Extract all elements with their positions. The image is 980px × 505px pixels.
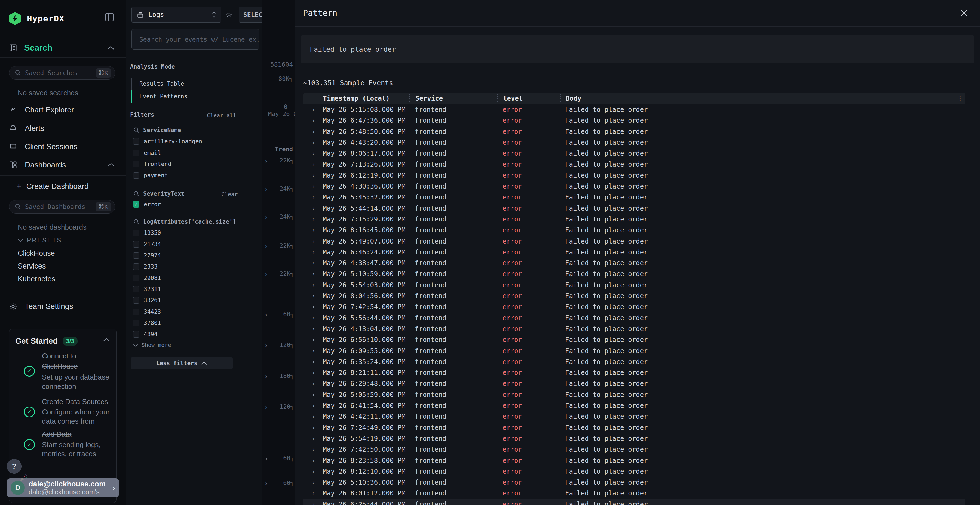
event-row[interactable]: › May 26 5:10:59.000 PM frontend error F… [303,268,965,279]
filter-checkbox-option[interactable]: 19350 [133,230,161,236]
event-row[interactable]: › May 26 5:49:07.000 PM frontend error F… [303,236,965,247]
event-row[interactable]: › May 26 4:38:47.000 PM frontend error F… [303,258,965,268]
expand-chevron-icon[interactable]: › [312,358,315,366]
expand-chevron-icon[interactable]: › [312,402,315,410]
pattern-row-partial[interactable]: › 120┐ [262,341,294,349]
expand-chevron-icon[interactable]: › [312,468,315,475]
checkbox[interactable] [133,331,139,338]
filter-checkbox-option[interactable]: 2333 [133,264,158,270]
filter-checkbox-option[interactable]: 34423 [133,308,161,315]
saved-searches-input[interactable]: Saved Searches ⌘K [9,66,115,80]
event-row[interactable]: › May 26 6:29:48.000 PM frontend error F… [303,378,965,389]
checkbox[interactable] [133,172,139,179]
expand-chevron-icon[interactable]: › [312,336,315,344]
get-started-step-title[interactable]: Connect to ClickHouse [42,351,110,372]
help-button[interactable]: ? [7,459,22,474]
checkbox[interactable] [133,241,139,248]
sidebar-item-alerts[interactable]: Alerts [9,124,45,133]
event-row[interactable]: › May 26 5:44:14.000 PM frontend error F… [303,203,965,214]
checkbox[interactable] [133,297,139,304]
saved-dashboards-input[interactable]: Saved Dashboards ⌘K [9,200,115,214]
expand-chevron-icon[interactable]: › [312,380,315,387]
expand-chevron-icon[interactable]: › [312,248,315,256]
event-row[interactable]: › May 26 5:48:50.000 PM frontend error F… [303,126,965,137]
expand-chevron-icon[interactable]: › [312,501,315,505]
filter-checkbox-option[interactable]: artillery-loadgen [133,138,202,145]
expand-chevron-icon[interactable]: › [312,194,315,201]
event-row[interactable]: › May 26 7:13:26.000 PM frontend error F… [303,159,965,170]
expand-chevron-icon[interactable]: › [312,457,315,464]
sidebar-item-clickhouse[interactable]: ClickHouse [18,249,55,258]
source-select[interactable]: Logs [132,7,221,22]
expand-chevron-icon[interactable]: › [312,292,315,300]
col-level[interactable]: level [503,95,523,102]
app-logo[interactable]: HyperDX [9,12,65,25]
column-resize-handle[interactable] [409,94,410,102]
event-row[interactable]: › May 26 5:56:44.000 PM frontend error F… [303,313,965,324]
pattern-row-partial[interactable]: › 22K┐ [262,242,294,250]
event-row[interactable]: › May 26 5:15:08.000 PM frontend error F… [303,104,965,115]
expand-chevron-icon[interactable]: › [312,489,315,497]
checkbox[interactable] [133,275,139,281]
checkbox[interactable] [133,264,139,270]
event-row[interactable]: › May 26 5:45:32.000 PM frontend error F… [303,192,965,203]
event-row[interactable]: › May 26 7:42:50.000 PM frontend error F… [303,444,965,455]
expand-chevron-icon[interactable]: › [312,281,315,289]
get-started-step-title[interactable]: Add Data [42,429,126,440]
expand-chevron-icon[interactable]: › [312,435,315,442]
event-row[interactable]: › May 26 4:42:11.000 PM frontend error F… [303,411,965,422]
checkbox[interactable] [133,320,139,326]
expand-chevron-icon[interactable]: › [312,303,315,311]
pattern-row-partial[interactable]: › 60┐ [262,480,294,488]
event-row[interactable]: › May 26 5:05:59.000 PM frontend error F… [303,389,965,400]
checkbox[interactable] [133,150,139,156]
expand-chevron-icon[interactable]: › [312,314,315,322]
event-row[interactable]: › May 26 6:35:24.000 PM frontend error F… [303,356,965,367]
col-timestamp[interactable]: Timestamp (Local) [323,95,390,102]
event-row[interactable]: › May 26 8:16:45.000 PM frontend error F… [303,225,965,236]
event-row[interactable]: › May 26 8:01:12.000 PM frontend error F… [303,488,965,499]
expand-chevron-icon[interactable]: › [312,172,315,179]
event-row[interactable]: › May 26 6:47:36.000 PM frontend error F… [303,115,965,126]
pattern-row-partial[interactable]: › 22K┐ [262,270,294,278]
close-icon[interactable] [958,7,970,19]
pattern-row-partial[interactable]: › 180┐ [262,373,294,381]
expand-chevron-icon[interactable]: › [312,106,315,113]
expand-chevron-icon[interactable]: › [312,347,315,355]
pattern-row-partial[interactable]: › 60┐ [262,455,294,463]
pattern-row-partial[interactable]: › 24K┐ [262,185,294,194]
expand-chevron-icon[interactable]: › [312,446,315,453]
event-row[interactable]: › May 26 6:09:55.000 PM frontend error F… [303,346,965,356]
filter-checkbox-option[interactable]: 37801 [133,320,161,326]
checkbox[interactable]: ✓ [133,201,139,208]
event-row[interactable]: › May 26 4:13:04.000 PM frontend error F… [303,324,965,334]
filter-checkbox-option[interactable]: 22974 [133,252,161,259]
event-row[interactable]: › May 26 7:15:29.000 PM frontend error F… [303,214,965,225]
event-row[interactable]: › May 26 6:56:10.000 PM frontend error F… [303,334,965,345]
select-columns-button[interactable]: SELECT [239,7,262,22]
user-menu[interactable]: D dale@clickhouse.com dale@clickhouse.co… [7,478,119,497]
expand-chevron-icon[interactable]: › [312,369,315,376]
sidebar-item-dashboards[interactable]: Dashboards [9,160,66,169]
chevron-up-icon[interactable] [108,163,115,167]
expand-chevron-icon[interactable]: › [312,160,315,168]
event-row[interactable]: › May 26 8:06:17.000 PM frontend error F… [303,148,965,159]
expand-chevron-icon[interactable]: › [312,391,315,399]
create-dashboard-button[interactable]: + Create Dashboard [16,181,89,191]
sidebar-item-client-sessions[interactable]: Client Sessions [9,142,77,151]
event-search-input[interactable]: Search your events w/ Lucene ex. colu [132,29,259,49]
filter-checkbox-option[interactable]: 32311 [133,286,161,292]
event-row[interactable]: › May 26 8:12:10.000 PM frontend error F… [303,466,965,477]
column-resize-handle[interactable] [497,94,498,102]
filter-checkbox-option[interactable]: 4894 [133,331,158,338]
search-icon[interactable] [134,127,139,133]
event-row[interactable]: › May 26 4:43:20.000 PM frontend error F… [303,137,965,148]
col-service[interactable]: Service [415,95,443,102]
chevron-up-icon[interactable] [103,338,110,342]
event-row[interactable]: › May 26 5:54:03.000 PM frontend error F… [303,280,965,291]
column-resize-handle[interactable] [560,94,560,102]
filter-checkbox-option[interactable]: 33261 [133,297,161,304]
expand-chevron-icon[interactable]: › [312,270,315,278]
expand-chevron-icon[interactable]: › [312,128,315,135]
event-row[interactable]: › May 26 6:12:19.000 PM frontend error F… [303,170,965,181]
